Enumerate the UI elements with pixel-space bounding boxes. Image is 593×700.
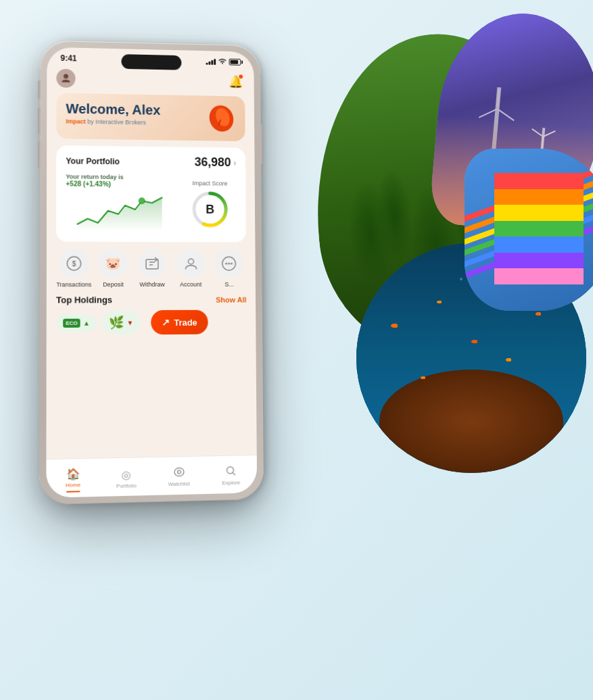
svg-point-15 [228,263,230,265]
scene: 9:41 [0,0,593,700]
welcome-title: Welcome, Alex [66,101,160,118]
deposit-label: Deposit [103,281,124,288]
app-header: 🔔 [56,66,245,97]
background-circles [262,14,593,486]
portfolio-icon: ◎ [122,468,131,481]
portfolio-chevron[interactable]: › [233,158,236,168]
deposit-icon: 🐷 [98,249,128,278]
nav-watchlist[interactable]: Watchlist [153,456,206,495]
impact-score: Impact Score [183,180,237,230]
volume-up-button [38,107,41,134]
status-icons [206,57,241,66]
action-withdraw[interactable]: Withdraw [135,249,170,288]
return-text: Your return today is +528 (+1.43%) [66,173,176,188]
signal-icon [206,58,216,65]
show-all-link[interactable]: Show All [216,295,246,303]
svg-point-0 [64,74,68,78]
action-transactions[interactable]: $ Transactions [56,249,91,289]
holding-eco[interactable]: ECO ▲ [56,314,97,332]
action-more[interactable]: S... [212,249,246,288]
watchlist-icon [174,467,185,480]
nav-home[interactable]: 🏠 Home [46,459,99,498]
svg-text:$: $ [72,260,76,268]
withdraw-label: Withdraw [139,281,164,288]
phone-screen: 9:41 [46,47,257,498]
impact-label: Impact Score [192,180,227,186]
portfolio-body: Your return today is +528 (+1.43%) [66,173,237,234]
leaf-icon: 🌿 [109,315,124,330]
holdings-section: Top Holdings Show All ECO ▲ 🌿 [56,295,247,336]
svg-point-14 [225,263,227,265]
chart-area: Your return today is +528 (+1.43%) [66,173,176,234]
quick-actions: $ Transactions 🐷 Deposit [56,249,246,289]
transactions-label: Transactions [56,281,91,288]
wifi-icon [218,57,227,66]
trade-icon: ↗ [162,317,170,328]
portfolio-title: Your Portfolio [66,156,119,166]
holding-leaf[interactable]: 🌿 ▼ [102,311,140,334]
volume-down-button [38,141,41,168]
power-button [260,124,263,164]
more-label: S... [224,281,233,288]
nav-explore[interactable]: Explore [205,455,257,494]
home-label: Home [66,481,80,488]
svg-line-20 [233,473,235,475]
notification-dot [238,74,243,79]
explore-icon [227,466,236,478]
svg-point-12 [188,259,193,264]
svg-point-17 [174,468,184,476]
svg-point-18 [177,470,181,474]
impact-donut: B [190,189,230,229]
nav-active-indicator [66,491,80,493]
action-account[interactable]: Account [173,249,208,288]
home-icon: 🏠 [66,467,80,480]
portfolio-chart [66,190,176,231]
impact-grade: B [206,202,214,216]
welcome-subtitle: Impact by Interactive Brokers [66,118,160,126]
notification-bell[interactable]: 🔔 [227,72,245,91]
phone: 9:41 [39,40,264,505]
portfolio-nav-label: Portfolio [116,482,137,489]
explore-label: Explore [222,480,240,486]
holdings-header: Top Holdings Show All [56,295,246,305]
app-content: 🔔 Welcome, Alex Impact by Interactive Br [47,66,256,341]
account-label: Account [180,281,201,288]
trade-label: Trade [174,317,197,327]
holdings-row: ECO ▲ 🌿 ▼ ↗ Trade [56,309,247,335]
rainbow-image [465,149,593,311]
battery-icon [229,59,241,66]
app-logo [207,103,236,133]
portfolio-value: 36,980 › [195,155,237,170]
dynamic-island [121,54,181,70]
portfolio-section: Your Portfolio 36,980 › Your return toda… [56,145,246,242]
account-icon [176,249,206,278]
status-time: 9:41 [60,53,76,63]
svg-point-16 [231,263,233,265]
nav-portfolio[interactable]: ◎ Portfolio [100,457,153,497]
bottom-nav: 🏠 Home ◎ Portfolio [46,455,257,498]
transactions-icon: $ [59,249,89,278]
watchlist-label: Watchlist [168,480,190,487]
leaf-trend-down: ▼ [126,319,133,326]
portfolio-header: Your Portfolio 36,980 › [66,153,236,170]
action-deposit[interactable]: 🐷 Deposit [95,249,131,288]
eco-trend-up: ▲ [83,319,90,326]
trade-button[interactable]: ↗ Trade [151,310,208,335]
withdraw-icon [137,249,167,278]
holdings-title: Top Holdings [56,295,112,305]
silent-button [38,80,41,99]
more-icon [214,249,243,278]
eco-badge: ECO [63,318,80,327]
user-avatar[interactable] [56,69,75,88]
welcome-section: Welcome, Alex Impact by Interactive Brok… [56,93,245,141]
